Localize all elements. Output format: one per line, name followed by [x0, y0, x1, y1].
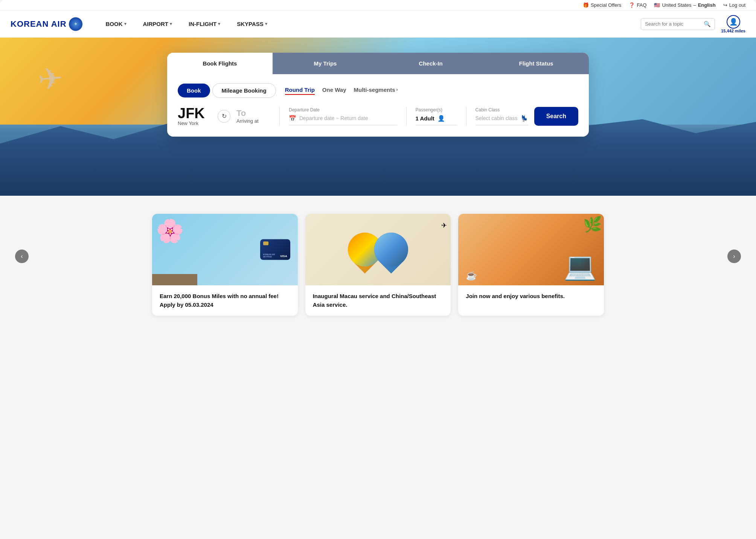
logo-badge-icon: ✈: [69, 17, 82, 31]
person-icon: 👤: [437, 115, 445, 122]
booking-widget: Book Flights My Trips Check-In Flight St…: [167, 53, 589, 137]
to-airport[interactable]: To Arriving at: [236, 108, 270, 124]
chevron-down-icon: ▾: [170, 21, 172, 26]
date-placeholder: Departure date ~ Return date: [299, 115, 368, 121]
avatar: 👤: [727, 15, 740, 29]
region-language-selector[interactable]: 🇺🇸 United States – English: [654, 2, 715, 8]
promo-card-3[interactable]: 🌿 💻 ☕ Join now and enjoy various benefit…: [458, 214, 604, 316]
plane-tiny-icon: ✈: [441, 221, 447, 230]
widget-tabs: Book Flights My Trips Check-In Flight St…: [167, 53, 589, 74]
main-nav: KOREAN AIR ✈ BOOK ▾ AIRPORT ▾ IN-FLIGHT …: [0, 11, 756, 38]
nav-links: BOOK ▾ AIRPORT ▾ IN-FLIGHT ▾ SKYPASS ▾: [98, 11, 641, 38]
tab-my-trips[interactable]: My Trips: [273, 53, 378, 74]
tab-book-flights[interactable]: Book Flights: [167, 53, 273, 74]
cabin-class-input[interactable]: Select cabin class 💺: [476, 115, 528, 125]
trip-type-options: Round Trip One Way Multi-segments ›: [285, 87, 398, 95]
promo-card-1-body: Earn 20,000 Bonus Miles with no annual f…: [152, 285, 298, 316]
tab-my-trips-label: My Trips: [314, 60, 337, 67]
swap-airports-button[interactable]: ↻: [218, 110, 230, 123]
tab-check-in[interactable]: Check-In: [378, 53, 483, 74]
tab-flight-status[interactable]: Flight Status: [483, 53, 589, 74]
cabin-class-label: Cabin Class: [476, 107, 528, 113]
search-input[interactable]: [645, 21, 701, 27]
airplane-graphic: ✈: [36, 60, 64, 97]
from-airport-city: New York: [178, 120, 212, 126]
search-form: JFK New York ↻ To Arriving at Departure …: [178, 106, 578, 126]
hero-section: ✈ Book Flights My Trips Check-In Flight …: [0, 38, 756, 196]
cherry-blossom-decoration: 🌸: [156, 218, 184, 244]
widget-body: Book Mileage Booking Round Trip One Way …: [167, 74, 589, 137]
search-button[interactable]: Search: [534, 107, 578, 126]
carousel-prev-button[interactable]: ‹: [15, 250, 29, 263]
faq-link[interactable]: ❓ FAQ: [629, 2, 646, 8]
nav-inflight[interactable]: IN-FLIGHT ▾: [180, 11, 229, 38]
promo-card-1-image: 🌸 KOREAN AIR SKYPASS VISA: [152, 214, 298, 285]
cabin-class-field[interactable]: Cabin Class Select cabin class 💺: [476, 107, 528, 125]
nav-airport-label: AIRPORT: [143, 21, 169, 27]
from-airport[interactable]: JFK New York: [178, 106, 212, 126]
cabin-class-placeholder: Select cabin class: [476, 115, 518, 121]
language-label: English: [698, 2, 716, 8]
one-way-option[interactable]: One Way: [322, 87, 346, 95]
special-offers-link[interactable]: 🎁 Special Offers: [583, 2, 621, 8]
promo-card-1-text: Earn 20,000 Bonus Miles with no annual f…: [160, 292, 290, 309]
nav-skypass-label: SKYPASS: [237, 21, 264, 27]
booking-type-row: Book Mileage Booking Round Trip One Way …: [178, 83, 578, 98]
from-airport-code: JFK: [178, 106, 212, 120]
multi-segments-label: Multi-segments: [354, 87, 395, 93]
promo-card-2[interactable]: ✈ Inaugural Macau service and China/Sout…: [305, 214, 451, 316]
passengers-field[interactable]: Passenger(s) 1 Adult 👤: [416, 107, 457, 125]
laptop-icon: 💻: [564, 251, 596, 282]
coffee-cup-icon: ☕: [466, 270, 477, 281]
faq-label: FAQ: [637, 2, 646, 8]
gift-icon: 🎁: [583, 2, 589, 8]
chevron-down-icon: ▾: [124, 21, 127, 26]
logo-korean-text: KOREAN: [11, 19, 49, 29]
nav-airport[interactable]: AIRPORT ▾: [135, 11, 181, 38]
tab-flight-status-label: Flight Status: [519, 60, 553, 67]
promo-carousel: ‹ 🌸 KOREAN AIR SKYPASS VISA: [15, 214, 741, 316]
promo-card-3-text: Join now and enjoy various benefits.: [466, 292, 596, 301]
to-airport-label: To: [236, 108, 270, 118]
nav-book[interactable]: BOOK ▾: [98, 11, 135, 38]
chevron-down-icon: ▾: [265, 21, 267, 26]
carousel-next-button[interactable]: ›: [727, 250, 741, 263]
search-box[interactable]: 🔍: [641, 18, 715, 30]
next-arrow-icon: ›: [733, 253, 735, 260]
passengers-input[interactable]: 1 Adult 👤: [416, 115, 457, 125]
date-input[interactable]: 📅 Departure date ~ Return date: [289, 115, 397, 125]
multi-segments-option[interactable]: Multi-segments ›: [354, 87, 398, 95]
nav-skypass[interactable]: SKYPASS ▾: [229, 11, 276, 38]
promo-card-2-image: ✈: [305, 214, 451, 285]
promo-card-1[interactable]: 🌸 KOREAN AIR SKYPASS VISA Earn 20,000 Bo…: [152, 214, 298, 316]
calendar-icon: 📅: [289, 115, 296, 122]
tab-check-in-label: Check-In: [419, 60, 442, 67]
tab-book-flights-label: Book Flights: [203, 60, 237, 67]
promo-card-2-text: Inaugural Macau service and China/Southe…: [313, 292, 444, 309]
divider: [466, 107, 466, 126]
prev-arrow-icon: ‹: [21, 253, 23, 260]
skypass-card-graphic: KOREAN AIR SKYPASS VISA: [260, 239, 290, 260]
destination-pins-graphic: [348, 233, 408, 266]
search-icon-button[interactable]: 🔍: [704, 21, 711, 27]
logout-label: Log out: [729, 2, 745, 8]
divider: [406, 107, 407, 126]
special-offers-label: Special Offers: [591, 2, 621, 8]
round-trip-option[interactable]: Round Trip: [285, 87, 315, 95]
passengers-label: Passenger(s): [416, 107, 457, 113]
promo-card-2-body: Inaugural Macau service and China/Southe…: [305, 285, 451, 316]
below-hero: ‹ 🌸 KOREAN AIR SKYPASS VISA: [0, 196, 756, 331]
plant-decoration: 🌿: [583, 216, 602, 233]
date-field[interactable]: Departure Date 📅 Departure date ~ Return…: [289, 107, 397, 125]
to-airport-subtitle: Arriving at: [236, 118, 270, 124]
user-miles[interactable]: 👤 15,442 miles: [721, 15, 745, 33]
logout-link[interactable]: ↪ Log out: [723, 2, 745, 8]
promo-cards: 🌸 KOREAN AIR SKYPASS VISA Earn 20,000 Bo…: [152, 214, 604, 316]
region-label: United States: [662, 2, 691, 8]
question-circle-icon: ❓: [629, 2, 635, 8]
promo-card-3-image: 🌿 💻 ☕: [458, 214, 604, 285]
book-button[interactable]: Book: [178, 84, 210, 97]
nav-right: 🔍 👤 15,442 miles: [641, 15, 745, 33]
logo[interactable]: KOREAN AIR ✈: [11, 17, 82, 31]
mileage-booking-button[interactable]: Mileage Booking: [212, 83, 276, 98]
